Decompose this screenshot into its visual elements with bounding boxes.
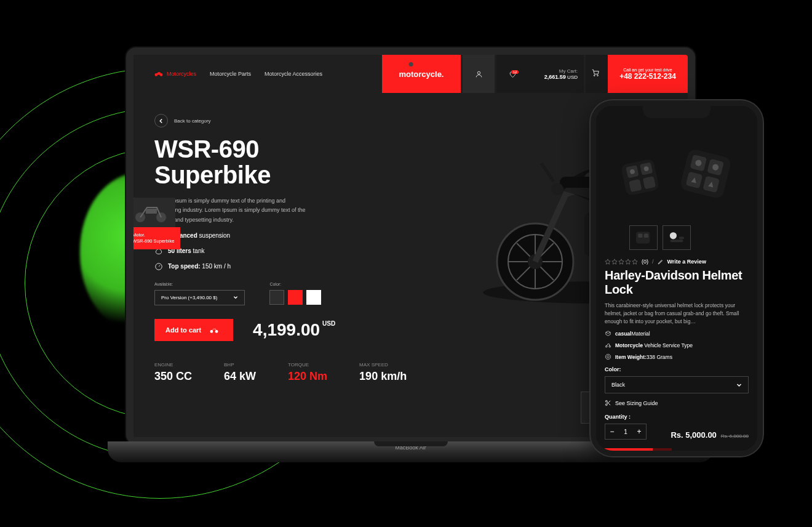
wishlist-badge: 12 [511,70,519,74]
svg-point-60 [670,232,677,239]
star-icon [611,259,618,265]
color-swatch-white[interactable] [306,290,321,305]
mobile-thumb-2[interactable] [663,225,691,250]
arrow-left-icon [159,118,164,124]
mobile-product-title: Harley-Davidson Helmet Lock [605,268,749,297]
progress-bar [596,448,653,451]
svg-rect-48 [679,148,732,198]
mobile-color-label: Color: [605,366,749,372]
nav-motorcycles[interactable]: Motorcycles [154,71,196,78]
nav-accessories[interactable]: Motorcycle Accessories [265,71,322,77]
mobile-feature-material: casualMaterial [605,330,749,337]
svg-point-4 [597,75,599,76]
mobile-hero-image [605,122,749,219]
quantity-label: Quantity : [605,414,647,420]
vehicle-icon [605,342,611,348]
version-value: Pro Version (+3,490.00 $) [161,295,217,300]
side-thumbnail[interactable] [126,198,175,227]
mobile-product-description: This carabineer-style universal helmet l… [605,302,749,325]
add-to-cart-button[interactable]: Add to cart [154,319,233,341]
mobile-feature-vehicle: Motorcycle Vehicle Service Type [605,342,749,348]
available-label: Available: [154,282,245,286]
quantity-stepper: − 1 + [605,424,647,440]
laptop-camera [408,62,413,66]
mobile-color-value: Black [611,382,625,388]
mobile-app: (0) / Write a Review Harley-Davidson Hel… [596,106,757,451]
cta-phone: +48 222-512-234 [619,72,676,81]
motorcycle-icon [154,71,163,77]
breadcrumb: Motor. WSR-690 Superbike [126,227,180,249]
mobile-feature-weight: Item Weight:338 Grams [605,353,749,360]
svg-point-9 [210,330,213,333]
svg-rect-58 [638,234,642,238]
color-swatch-dark[interactable] [269,290,284,305]
svg-point-3 [594,75,595,76]
svg-rect-44 [629,179,642,192]
product-description: Lorem Ipsum is simply dummy text of the … [154,196,308,225]
color-swatch-red[interactable] [288,290,303,305]
spec-torque: TORQUE 120 Nm [288,362,327,383]
svg-point-68 [605,404,607,406]
cta-phone-button[interactable]: Call an get your test drive +48 222-512-… [608,55,688,93]
svg-point-66 [607,356,610,358]
phone-frame: (0) / Write a Review Harley-Davidson Hel… [591,100,763,456]
review-count: (0) [642,259,648,265]
svg-rect-62 [679,236,684,239]
account-button[interactable] [463,55,495,93]
product-price: 4,199.00USD [253,320,335,340]
chevron-down-icon [233,295,238,300]
logo[interactable]: motorcycle. [382,55,461,93]
material-icon [605,330,611,337]
app-header: Motorcycles Motorcycle Parts Motorcycle … [133,55,688,93]
cart-amount: 2,661.59 [544,74,566,80]
motorcycle-icon [210,327,218,333]
motorcycle-thumb-icon [132,201,169,223]
mobile-color-select[interactable]: Black [605,376,749,393]
star-icon [618,259,624,265]
star-icon [632,259,638,265]
svg-point-34 [551,183,563,195]
rating-stars [605,259,638,265]
spec-maxspeed: MAX SPEED 190 km/h [359,362,407,383]
cart-label: My Cart: [559,68,578,74]
star-icon [625,259,631,265]
write-review-link[interactable]: Write a Review [667,259,706,265]
scissors-icon [605,400,611,406]
svg-rect-57 [636,231,650,243]
chevron-down-icon [736,382,742,388]
mobile-old-price: Rs. 6,000.00 [721,433,749,439]
nav-parts[interactable]: Motorcycle Parts [210,71,251,77]
svg-point-67 [605,401,607,403]
mobile-price: Rs. 5,000.00 [671,430,716,440]
cart-icon [591,68,600,77]
user-icon [475,70,483,78]
svg-point-10 [215,330,218,333]
spec-bhp: BHP 64 kW [224,362,256,383]
svg-rect-59 [644,234,648,238]
color-label: Color: [269,282,321,286]
star-icon [605,259,611,265]
weight-icon [605,353,611,360]
wishlist-button[interactable]: 12 [496,55,528,93]
progress-bar-track [653,448,672,451]
qty-decrease-button[interactable]: − [605,424,619,439]
version-select[interactable]: Pro Version (+3,490.00 $) [154,290,245,305]
svg-point-65 [605,355,610,360]
phone-notch [643,106,710,118]
cart-summary[interactable]: My Cart: 2,661.59 USD [528,55,584,93]
svg-rect-61 [671,239,683,242]
back-button[interactable] [154,114,168,127]
svg-rect-45 [643,176,656,189]
qty-increase-button[interactable]: + [632,424,646,439]
pencil-icon [658,259,664,265]
mobile-thumb-1[interactable] [629,225,658,250]
cart-currency: USD [567,74,578,80]
cta-label: Call an get your test drive [623,68,672,72]
speedometer-icon [154,262,163,271]
back-label: Back to category [174,118,211,124]
svg-point-63 [605,346,607,348]
sizing-guide-link[interactable]: See Sizing Guide [605,400,749,406]
qty-value: 1 [619,428,632,435]
spec-engine: ENGINE 350 CC [154,362,192,383]
svg-point-2 [477,71,480,74]
